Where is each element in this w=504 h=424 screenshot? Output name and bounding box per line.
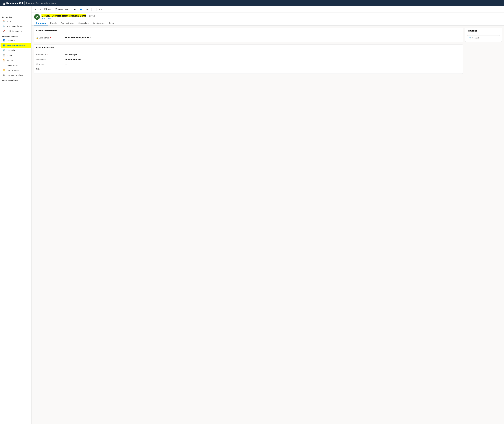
save-close-label: Save & Close xyxy=(58,8,68,10)
channels-icon: 📡 xyxy=(3,49,5,51)
sidebar-item-user-management-label: User management xyxy=(6,44,25,46)
lastname-value[interactable]: humanhandover xyxy=(65,58,461,60)
firstname-label: First Name xyxy=(36,53,46,56)
home-icon: 🏠 xyxy=(3,20,5,22)
sidebar-item-channels[interactable]: 📡 Channels xyxy=(0,48,31,53)
save-icon: 💾 xyxy=(44,8,47,11)
popup-button[interactable]: ⤢ xyxy=(38,8,43,11)
main-panel: Account Information 🔒 User Name * humanh… xyxy=(34,28,463,422)
tab-summary[interactable]: Summary xyxy=(34,21,48,25)
sidebar-item-channels-label: Channels xyxy=(6,49,15,51)
connect-button[interactable]: 👥 Connect xyxy=(78,7,90,11)
breadcrumb: User · User ⌄ xyxy=(42,18,95,19)
main-content: ← ⤢ 💾 Save 💾 Save & Close + New 👥 Connec… xyxy=(31,6,504,424)
delete-label: D xyxy=(101,8,102,10)
new-button[interactable]: + New xyxy=(70,7,78,11)
breadcrumb-part2: User xyxy=(47,18,51,19)
save-close-button[interactable]: 💾 Save & Close xyxy=(53,7,69,11)
app-launcher-icon[interactable] xyxy=(2,2,5,5)
sidebar-item-customer-settings-label: Customer settings xyxy=(6,74,23,76)
record-saved-status: - Saved xyxy=(88,15,95,17)
sidebar-item-user-management[interactable]: 👥 User management xyxy=(0,43,31,48)
lastname-row: Last Name * humanhandover xyxy=(36,57,461,62)
delete-icon: 🗑 xyxy=(99,8,101,10)
tab-omnichannel[interactable]: Omnichannel xyxy=(91,21,107,25)
breadcrumb-part1[interactable]: User xyxy=(42,18,45,19)
breadcrumb-chevron-down-icon: ⌄ xyxy=(51,18,53,19)
lock-icon: 🔒 xyxy=(36,37,38,39)
nickname-value[interactable]: --- xyxy=(65,63,461,65)
queues-icon: 📋 xyxy=(3,54,5,56)
username-label-col: 🔒 User Name * xyxy=(36,37,65,39)
toolbar-more-dropdown[interactable]: ⌄ xyxy=(93,8,95,11)
content-area: Account Information 🔒 User Name * humanh… xyxy=(31,26,504,424)
sidebar-item-queues[interactable]: 📋 Queues xyxy=(0,53,31,58)
timeline-search-icon: 🔍 xyxy=(469,37,471,39)
workstreams-icon: 〰 xyxy=(3,64,5,66)
sidebar-item-workstreams-label: Workstreams xyxy=(6,64,18,66)
search-admin-icon: 🔍 xyxy=(3,25,5,27)
delete-button[interactable]: 🗑 D xyxy=(98,8,104,11)
timeline-title: Timeline xyxy=(465,28,502,34)
sidebar-item-routing[interactable]: 🔀 Routing xyxy=(0,58,31,63)
lastname-label: Last Name xyxy=(36,58,46,60)
toolbar-divider2 xyxy=(96,8,97,11)
connect-icon: 👥 xyxy=(80,8,82,11)
app-name: Dynamics 365 xyxy=(6,2,23,5)
breadcrumb-separator: · xyxy=(46,18,46,19)
hamburger-menu[interactable]: ☰ xyxy=(0,8,31,15)
timeline-search-input[interactable] xyxy=(472,37,498,39)
save-close-icon: 💾 xyxy=(55,8,57,11)
title-value[interactable]: --- xyxy=(65,68,461,70)
record-title: Virtual Agent humanhandover xyxy=(42,14,86,17)
sidebar-item-home-label: Home xyxy=(6,20,12,22)
user-management-icon: 👥 xyxy=(3,44,5,46)
sidebar-item-routing-label: Routing xyxy=(6,59,13,61)
top-bar: Dynamics 365 Customer Service admin cent… xyxy=(0,0,504,6)
nickname-label: Nickname xyxy=(36,63,45,65)
agent-experience-section-title: Agent experience xyxy=(0,78,31,82)
tab-scheduling[interactable]: Scheduling xyxy=(76,21,91,25)
username-label: User Name xyxy=(39,37,49,39)
side-panel: Timeline 🔍 xyxy=(465,28,502,422)
sidebar-item-overview[interactable]: 👤 Overview xyxy=(0,38,31,43)
firstname-required: * xyxy=(47,54,48,56)
tab-details[interactable]: Details xyxy=(48,21,59,25)
save-button[interactable]: 💾 Save xyxy=(43,7,53,11)
new-icon: + xyxy=(71,8,72,11)
title-label-col: Title xyxy=(36,68,65,70)
tabs-bar: Summary Details Administration Schedulin… xyxy=(34,21,501,25)
lastname-label-col: Last Name * xyxy=(36,58,65,60)
title-row: Title --- xyxy=(36,67,461,71)
breadcrumb-dropdown[interactable]: User ⌄ xyxy=(47,18,53,19)
sidebar-item-workstreams[interactable]: 〰 Workstreams xyxy=(0,63,31,68)
back-icon: ← xyxy=(35,8,37,10)
user-info-header: User Information xyxy=(34,45,463,50)
username-value[interactable]: humanhandover_5ef60524-... xyxy=(65,37,461,39)
firstname-row: First Name * Virtual Agent xyxy=(36,52,461,57)
customer-support-section-title: Customer support xyxy=(0,34,31,38)
timeline-search-box[interactable]: 🔍 xyxy=(467,35,500,40)
user-info-card: User Information First Name * Virtual Ag… xyxy=(34,44,463,74)
sidebar-item-home[interactable]: 🏠 Home xyxy=(0,19,31,24)
sidebar-item-case-settings[interactable]: 📁 Case settings xyxy=(0,68,31,73)
sidebar-item-search-admin-label: Search admin sett... xyxy=(6,25,25,27)
sidebar-item-search-admin[interactable]: 🔍 Search admin sett... xyxy=(0,24,31,29)
account-info-header: Account Information xyxy=(34,28,463,33)
top-bar-center-title: Customer Service admin center xyxy=(26,2,57,4)
sidebar-item-customer-settings[interactable]: ⚙ Customer settings xyxy=(0,73,31,78)
tab-related[interactable]: Rel... xyxy=(107,21,116,25)
get-started-section-title: Get started xyxy=(0,15,31,19)
sidebar-item-guided-channel[interactable]: 🚀 Guided channel s... xyxy=(0,29,31,34)
nickname-row: Nickname --- xyxy=(36,62,461,67)
firstname-value[interactable]: Virtual Agent xyxy=(65,53,461,56)
account-info-body: 🔒 User Name * humanhandover_5ef60524-... xyxy=(34,33,463,42)
user-info-body: First Name * Virtual Agent Last Name * h… xyxy=(34,50,463,74)
back-button[interactable]: ← xyxy=(34,8,38,11)
save-label: Save xyxy=(48,8,51,10)
lastname-required: * xyxy=(47,58,48,60)
toolbar: ← ⤢ 💾 Save 💾 Save & Close + New 👥 Connec… xyxy=(31,6,504,12)
title-label: Title xyxy=(36,68,40,70)
customer-settings-icon: ⚙ xyxy=(3,74,5,76)
tab-administration[interactable]: Administration xyxy=(59,21,76,25)
